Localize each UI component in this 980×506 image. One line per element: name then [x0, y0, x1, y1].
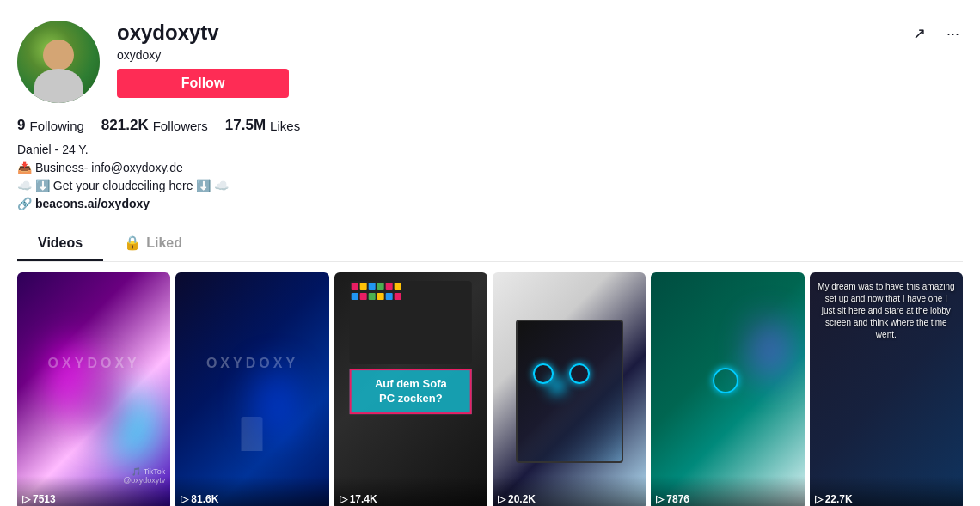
video-card-wrapper-3: Auf dem SofaPC zocken? ▷ 17.4K Nie wiede… [334, 272, 487, 506]
video-card-6[interactable]: My dream was to have this amazing set up… [810, 272, 963, 506]
share-icon: ↗ [913, 24, 926, 43]
tab-liked[interactable]: 🔒 Liked [103, 226, 203, 261]
bio-text-2: 📥 Business- info@oxydoxy.de [17, 161, 183, 174]
play-icon-1: ▷ [22, 493, 30, 505]
more-icon: ··· [946, 25, 959, 43]
thumb-overlay-3: ▷ 17.4K [334, 476, 487, 506]
video-thumbnail-6: My dream was to have this amazing set up… [810, 272, 963, 506]
bio-text-3: ☁️ ⬇️ Get your cloudceiling here ⬇️ ☁️ [17, 179, 229, 192]
play-icon-5: ▷ [656, 493, 664, 505]
video-card-4[interactable]: ▷ 20.2K [493, 272, 646, 506]
thumb-overlay-1: ▷ 7513 [17, 476, 170, 506]
video-card-wrapper-5: ▷ 7876 Check out the unboxin... [651, 272, 804, 506]
share-button[interactable]: ↗ [910, 21, 929, 46]
count-6: 22.7K [825, 493, 853, 505]
video-card-wrapper-2: OXYDOXY ▷ 81.6K Wait for it 😤 ... [175, 272, 328, 506]
follow-button[interactable]: Follow [117, 69, 289, 98]
pc-fan-2 [569, 363, 590, 384]
video-card-5[interactable]: ▷ 7876 [651, 272, 804, 506]
play-icon-2: ▷ [181, 493, 188, 505]
video-thumbnail-1: OXYDOXY 🎵 TikTok@oxydoxytv [17, 272, 170, 506]
count-1: 7513 [33, 493, 56, 505]
video-card-wrapper-4: ▷ 20.2K What do you think abo... [493, 272, 646, 506]
tab-videos[interactable]: Videos [17, 227, 103, 261]
bio-section: Daniel - 24 Y. 📥 Business- info@oxydoxy.… [17, 143, 963, 210]
video-thumbnail-4 [493, 272, 646, 506]
dream-text: My dream was to have this amazing set up… [818, 281, 955, 341]
thumb-overlay-6: ▷ 22.7K [810, 476, 963, 506]
oxydown-text-1: OXYDOXY [48, 356, 140, 371]
more-button[interactable]: ··· [943, 21, 963, 46]
view-count-2: ▷ 81.6K [181, 493, 323, 505]
following-count: 9 [17, 117, 25, 134]
bio-line-1: Daniel - 24 Y. [17, 143, 963, 156]
play-icon-3: ▷ [340, 493, 347, 505]
followers-stat: 821.2K Followers [101, 117, 208, 134]
thumb-overlay-2: ▷ 81.6K [175, 476, 328, 506]
display-name: oxydoxytv [117, 21, 219, 45]
following-label: Following [29, 119, 83, 133]
video-card-wrapper-6: My dream was to have this amazing set up… [810, 272, 963, 506]
following-stat: 9 Following [17, 117, 84, 134]
profile-info: oxydoxytv oxydoxy Follow [117, 21, 963, 98]
tab-videos-label: Videos [38, 235, 83, 251]
link-icon: 🔗 [17, 197, 32, 210]
videos-grid: OXYDOXY 🎵 TikTok@oxydoxytv ▷ 7513 NOOT N… [0, 262, 980, 506]
tab-liked-label: Liked [146, 235, 182, 251]
header-actions: ↗ ··· [910, 21, 963, 46]
keyboard-visual [349, 281, 472, 364]
bio-line-3: ☁️ ⬇️ Get your cloudceiling here ⬇️ ☁️ [17, 179, 963, 192]
avatar [17, 21, 100, 103]
handle: oxydoxy [117, 48, 963, 62]
lock-icon: 🔒 [124, 235, 141, 251]
likes-stat: 17.5M Likes [225, 117, 300, 134]
thumb-overlay-4: ▷ 20.2K [493, 476, 646, 506]
likes-count: 17.5M [225, 117, 266, 134]
stats-row: 9 Following 821.2K Followers 17.5M Likes [17, 117, 963, 134]
pc-visual [516, 320, 623, 462]
likes-label: Likes [270, 119, 300, 133]
view-count-4: ▷ 20.2K [498, 493, 640, 505]
count-2: 81.6K [191, 493, 218, 505]
play-icon-4: ▷ [498, 493, 505, 505]
pc-fan-5 [713, 368, 738, 393]
followers-label: Followers [153, 119, 208, 133]
overlay-text-3: Auf dem SofaPC zocken? [349, 369, 472, 415]
video-thumbnail-2: OXYDOXY [175, 272, 328, 506]
video-card-1[interactable]: OXYDOXY 🎵 TikTok@oxydoxytv ▷ 7513 [17, 272, 170, 506]
view-count-3: ▷ 17.4K [340, 493, 482, 505]
view-count-1: ▷ 7513 [22, 493, 165, 505]
bio-link[interactable]: 🔗 beacons.ai/oxydoxy [17, 197, 963, 210]
count-5: 7876 [666, 493, 689, 505]
video-thumbnail-3: Auf dem SofaPC zocken? [334, 272, 487, 506]
count-3: 17.4K [350, 493, 377, 505]
oxydown-text-2: OXYDOXY [206, 356, 298, 371]
bio-text-1: Daniel - 24 Y. [17, 143, 89, 156]
video-thumbnail-5 [651, 272, 804, 506]
video-card-2[interactable]: OXYDOXY ▷ 81.6K [175, 272, 328, 506]
view-count-5: ▷ 7876 [656, 493, 799, 505]
video-card-wrapper-1: OXYDOXY 🎵 TikTok@oxydoxytv ▷ 7513 NOOT N… [17, 272, 170, 506]
view-count-6: ▷ 22.7K [815, 493, 958, 505]
count-4: 20.2K [508, 493, 536, 505]
video-card-3[interactable]: Auf dem SofaPC zocken? ▷ 17.4K [334, 272, 487, 506]
bio-link-text: beacons.ai/oxydoxy [35, 197, 150, 210]
thumb-overlay-5: ▷ 7876 [651, 476, 804, 506]
tabs-section: Videos 🔒 Liked [17, 226, 963, 262]
play-icon-6: ▷ [815, 493, 823, 505]
bio-line-2: 📥 Business- info@oxydoxy.de [17, 161, 963, 174]
followers-count: 821.2K [101, 117, 149, 134]
